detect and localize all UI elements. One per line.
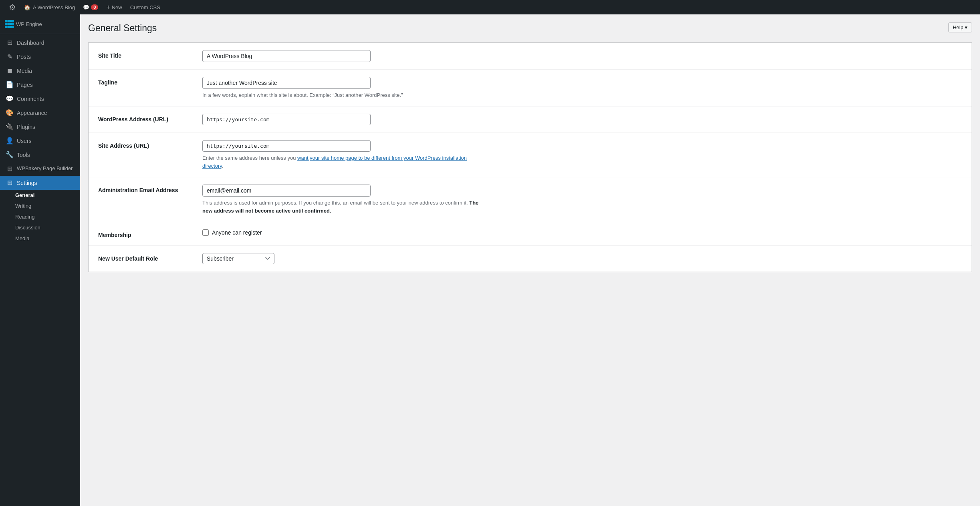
sidebar-item-posts-label: Posts — [17, 54, 31, 60]
admin-email-input[interactable] — [202, 185, 371, 197]
comment-count: 0 — [91, 4, 98, 10]
default-role-select[interactable]: Subscriber Contributor Author Editor Adm… — [202, 253, 274, 264]
comments-icon: 💬 — [6, 95, 14, 102]
sidebar-item-users-label: Users — [17, 138, 32, 144]
sidebar-item-appearance-label: Appearance — [17, 110, 47, 116]
membership-checkbox[interactable] — [202, 229, 209, 236]
membership-field: Anyone can register — [202, 229, 962, 236]
plugins-icon: 🔌 — [6, 123, 14, 131]
site-address-label: Site Address (URL) — [98, 140, 202, 149]
sidebar-item-media-label: Media — [17, 68, 32, 74]
pages-icon: 📄 — [6, 81, 14, 88]
site-title-row: Site Title — [89, 43, 972, 70]
page-title: General Settings — [88, 22, 157, 34]
sidebar-brand[interactable]: WP Engine — [0, 14, 80, 34]
sidebar-item-wpbakery-label: WPBakery Page Builder — [17, 165, 73, 172]
membership-row: Membership Anyone can register — [89, 222, 972, 246]
posts-icon: ✎ — [6, 53, 14, 60]
sidebar-submenu-discussion[interactable]: Discussion — [0, 222, 80, 233]
settings-icon: ⊞ — [6, 179, 14, 187]
tools-icon: 🔧 — [6, 151, 14, 159]
sidebar-item-wpbakery[interactable]: ⊞ WPBakery Page Builder — [0, 162, 80, 176]
media-icon: ◼ — [6, 67, 14, 74]
appearance-icon: 🎨 — [6, 109, 14, 116]
home-icon: 🏠 — [24, 4, 30, 10]
wp-logo-icon: ⚙ — [9, 2, 16, 12]
membership-checkbox-row: Anyone can register — [202, 229, 962, 236]
admin-email-description: This address is used for admin purposes.… — [202, 199, 483, 215]
site-address-description: Enter the same address here unless you w… — [202, 154, 483, 170]
users-icon: 👤 — [6, 137, 14, 145]
sidebar-item-appearance[interactable]: 🎨 Appearance — [0, 106, 80, 120]
wpbakery-icon: ⊞ — [6, 165, 14, 173]
new-content-button[interactable]: + New — [102, 0, 126, 14]
comment-icon: 💬 — [83, 4, 89, 10]
new-label: New — [112, 4, 122, 10]
sidebar-submenu-media[interactable]: Media — [0, 233, 80, 244]
site-name-label: A WordPress Blog — [33, 4, 75, 10]
sidebar-submenu-reading[interactable]: Reading — [0, 211, 80, 222]
help-button[interactable]: Help ▾ — [948, 22, 972, 32]
tagline-field: In a few words, explain what this site i… — [202, 77, 962, 99]
sidebar-item-dashboard-label: Dashboard — [17, 40, 44, 46]
admin-email-label: Administration Email Address — [98, 185, 202, 193]
site-address-input[interactable] — [202, 140, 371, 152]
sidebar-item-tools[interactable]: 🔧 Tools — [0, 148, 80, 162]
wp-address-field — [202, 114, 962, 125]
default-role-label: New User Default Role — [98, 253, 202, 262]
site-title-label: Site Title — [98, 50, 202, 59]
dashboard-icon: ⊞ — [6, 39, 14, 46]
default-role-row: New User Default Role Subscriber Contrib… — [89, 246, 972, 272]
sidebar-item-comments-label: Comments — [17, 96, 44, 102]
site-name-button[interactable]: 🏠 A WordPress Blog — [20, 0, 79, 14]
app-layout: WP Engine ⊞ Dashboard ✎ Posts ◼ Media 📄 … — [0, 14, 980, 506]
site-address-row: Site Address (URL) Enter the same addres… — [89, 133, 972, 177]
settings-form: Site Title Tagline In a few words, expla… — [88, 42, 972, 273]
tagline-row: Tagline In a few words, explain what thi… — [89, 70, 972, 107]
sidebar-item-tools-label: Tools — [17, 152, 30, 158]
site-title-input[interactable] — [202, 50, 371, 62]
membership-checkbox-label[interactable]: Anyone can register — [212, 229, 262, 236]
admin-email-row: Administration Email Address This addres… — [89, 177, 972, 222]
plus-icon: + — [106, 4, 110, 11]
sidebar-item-settings[interactable]: ⊞ Settings — [0, 176, 80, 190]
sidebar-nav: ⊞ Dashboard ✎ Posts ◼ Media 📄 Pages 💬 Co… — [0, 34, 80, 244]
page-header: General Settings Help ▾ — [88, 22, 972, 34]
sidebar-item-posts[interactable]: ✎ Posts — [0, 50, 80, 64]
admin-bar: ⚙ 🏠 A WordPress Blog 💬 0 + New Custom CS… — [0, 0, 980, 14]
sidebar-item-pages-label: Pages — [17, 82, 33, 88]
admin-email-field: This address is used for admin purposes.… — [202, 185, 962, 215]
sidebar-item-dashboard[interactable]: ⊞ Dashboard — [0, 36, 80, 50]
membership-label: Membership — [98, 229, 202, 238]
sidebar-item-users[interactable]: 👤 Users — [0, 134, 80, 148]
main-content: General Settings Help ▾ Site Title Tagli… — [80, 14, 980, 506]
sidebar-item-media[interactable]: ◼ Media — [0, 64, 80, 78]
tagline-description: In a few words, explain what this site i… — [202, 91, 483, 99]
sidebar-item-plugins[interactable]: 🔌 Plugins — [0, 120, 80, 134]
wp-address-input[interactable] — [202, 114, 371, 125]
wp-engine-logo — [5, 20, 13, 28]
tagline-input[interactable] — [202, 77, 371, 89]
wp-logo-button[interactable]: ⚙ — [5, 0, 20, 14]
sidebar-item-settings-label: Settings — [17, 180, 37, 186]
sidebar-item-plugins-label: Plugins — [17, 124, 35, 130]
sidebar-item-comments[interactable]: 💬 Comments — [0, 92, 80, 106]
comments-button[interactable]: 💬 0 — [79, 0, 102, 14]
tagline-label: Tagline — [98, 77, 202, 86]
wp-address-label: WordPress Address (URL) — [98, 114, 202, 122]
sidebar-submenu-writing[interactable]: Writing — [0, 201, 80, 211]
sidebar: WP Engine ⊞ Dashboard ✎ Posts ◼ Media 📄 … — [0, 14, 80, 506]
site-title-field — [202, 50, 962, 62]
custom-css-button[interactable]: Custom CSS — [126, 0, 164, 14]
sidebar-brand-label: WP Engine — [16, 21, 42, 27]
custom-css-label: Custom CSS — [130, 4, 160, 10]
sidebar-submenu-general[interactable]: General — [0, 190, 80, 201]
wp-address-row: WordPress Address (URL) — [89, 106, 972, 133]
default-role-field: Subscriber Contributor Author Editor Adm… — [202, 253, 962, 264]
settings-submenu: General Writing Reading Discussion Media — [0, 190, 80, 244]
sidebar-item-pages[interactable]: 📄 Pages — [0, 78, 80, 92]
site-address-field: Enter the same address here unless you w… — [202, 140, 962, 170]
